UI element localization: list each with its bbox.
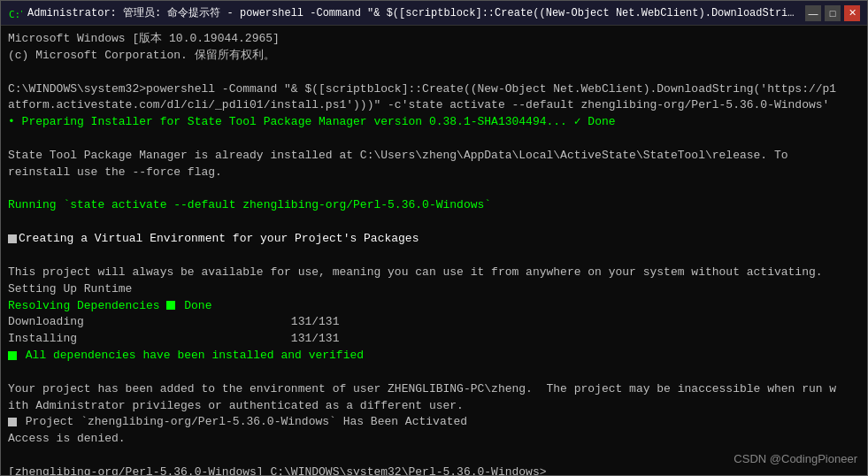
line-1: Microsoft Windows [版本 10.0.19044.2965] xyxy=(8,31,860,48)
line-17: Resolving Dependencies Done xyxy=(8,298,860,315)
line-8: State Tool Package Manager is already in… xyxy=(8,148,860,165)
line-15: This project will always be available fo… xyxy=(8,265,860,281)
title-bar-text: Administrator: 管理员: 命令提示符 - powershell -… xyxy=(27,5,798,20)
minimize-button[interactable]: — xyxy=(805,5,821,21)
line-26 xyxy=(8,448,860,464)
close-button[interactable]: ✕ xyxy=(844,5,860,21)
window: C:\ Administrator: 管理员: 命令提示符 - powershe… xyxy=(0,0,868,476)
line-9: reinstall use the --force flag. xyxy=(8,165,860,181)
watermark: CSDN @CodingPioneer xyxy=(734,452,857,465)
line-6: • Preparing Installer for State Tool Pac… xyxy=(8,114,860,131)
terminal-output: Microsoft Windows [版本 10.0.19044.2965] (… xyxy=(1,26,867,475)
line-16: Setting Up Runtime xyxy=(8,281,860,298)
svg-text:C:\: C:\ xyxy=(9,9,22,20)
line-22: Your project has been added to the envir… xyxy=(8,381,860,398)
restore-button[interactable]: □ xyxy=(825,5,841,21)
line-10 xyxy=(8,181,860,198)
line-25: Access is denied. xyxy=(8,431,860,448)
line-18: Downloading 131/131 xyxy=(8,314,860,331)
line-27: [zhenglibing-org/Perl-5.36.0-Windows] C:… xyxy=(8,464,860,475)
line-23: ith Administrator privileges or authenti… xyxy=(8,398,860,415)
line-4: C:\WINDOWS\system32>powershell -Command … xyxy=(8,81,860,98)
line-7 xyxy=(8,131,860,148)
title-bar-controls: — □ ✕ xyxy=(805,5,860,21)
line-19: Installing 131/131 xyxy=(8,331,860,348)
line-2: (c) Microsoft Corporation. 保留所有权利。 xyxy=(8,48,860,65)
terminal-icon: C:\ xyxy=(8,6,22,20)
line-24: Project `zhenglibing-org/Perl-5.36.0-Win… xyxy=(8,414,860,431)
line-11: Running `state activate --default zhengl… xyxy=(8,197,860,214)
line-12 xyxy=(8,214,860,231)
title-bar: C:\ Administrator: 管理员: 命令提示符 - powershe… xyxy=(1,1,867,26)
line-5: atform.activestate.com/dl/cli/_pdli01/in… xyxy=(8,97,860,114)
line-13: Creating a Virtual Environment for your … xyxy=(8,231,860,248)
line-3 xyxy=(8,65,860,81)
line-14 xyxy=(8,248,860,265)
line-21 xyxy=(8,365,860,381)
line-20: All dependencies have been installed and… xyxy=(8,348,860,365)
